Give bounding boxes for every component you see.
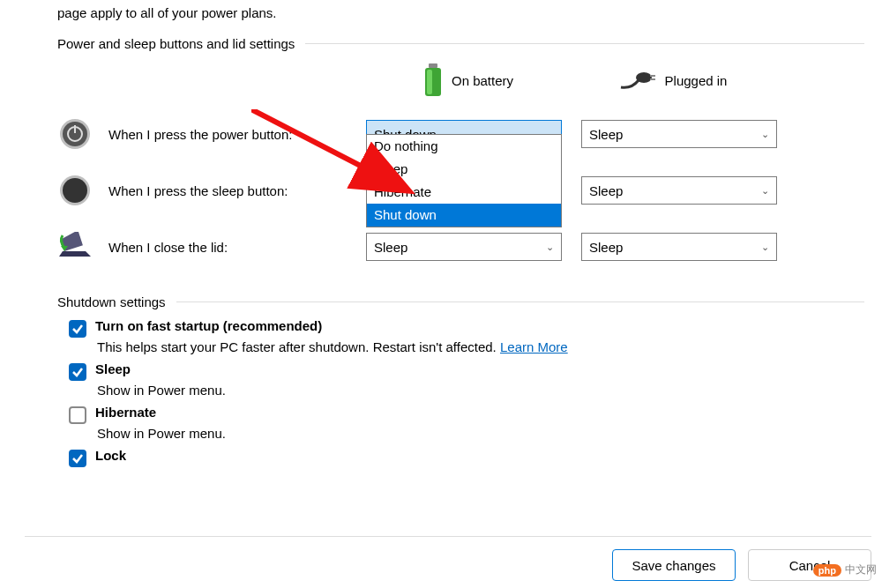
- section-power-sleep-header: Power and sleep buttons and lid settings: [0, 24, 882, 55]
- section-power-sleep-title: Power and sleep buttons and lid settings: [57, 36, 295, 51]
- svg-rect-7: [650, 78, 655, 80]
- button-bar: Save changes Cancel: [25, 536, 871, 581]
- fast-startup-checkbox[interactable]: [69, 320, 86, 338]
- chevron-down-icon: ⌄: [761, 129, 769, 140]
- hibernate-checkbox[interactable]: [69, 406, 86, 424]
- chevron-down-icon: ⌄: [761, 185, 769, 197]
- sleep-desc: Show in Power menu.: [97, 383, 882, 398]
- lid-battery-combo[interactable]: Sleep ⌄: [366, 233, 562, 261]
- svg-point-5: [636, 72, 652, 83]
- divider: [305, 43, 864, 44]
- sleep-button-plugged-combo[interactable]: Sleep ⌄: [581, 176, 777, 205]
- intro-text: page apply to all of your power plans.: [0, 0, 882, 24]
- lock-label: Lock: [95, 448, 126, 463]
- power-button-battery-dropdown[interactable]: Do nothing Sleep Hibernate Shut down: [366, 134, 562, 227]
- power-button-icon: [57, 117, 93, 151]
- chevron-down-icon: ⌄: [761, 242, 769, 253]
- sleep-button-icon: [57, 174, 93, 207]
- fast-startup-desc: This helps start your PC faster after sh…: [97, 339, 882, 354]
- watermark-text: 中文网: [845, 562, 877, 577]
- fast-startup-label: Turn on fast startup (recommended): [95, 318, 322, 333]
- save-changes-button[interactable]: Save changes: [612, 549, 736, 581]
- sleep-checkbox[interactable]: [69, 363, 86, 381]
- sleep-button-plugged-value: Sleep: [589, 183, 623, 198]
- watermark: php 中文网: [813, 562, 877, 577]
- hibernate-desc: Show in Power menu.: [97, 426, 882, 441]
- row-close-lid-label: When I close the lid:: [108, 240, 228, 255]
- section-shutdown-header: Shutdown settings: [0, 275, 882, 313]
- power-button-plugged-value: Sleep: [589, 127, 623, 142]
- power-button-plugged-combo[interactable]: Sleep ⌄: [581, 120, 777, 148]
- dropdown-option-do-nothing[interactable]: Do nothing: [367, 135, 561, 158]
- learn-more-link[interactable]: Learn More: [500, 339, 568, 354]
- lid-plugged-value: Sleep: [589, 240, 623, 255]
- column-plugged-in: Plugged in: [571, 70, 775, 91]
- lock-checkbox[interactable]: [69, 450, 86, 467]
- svg-rect-6: [650, 75, 655, 77]
- laptop-lid-icon: [57, 232, 93, 262]
- dropdown-option-shut-down[interactable]: Shut down: [367, 204, 561, 227]
- svg-point-13: [63, 178, 87, 203]
- row-power-button-label: When I press the power button:: [108, 127, 292, 142]
- watermark-badge: php: [813, 564, 841, 577]
- sleep-label: Sleep: [95, 361, 131, 376]
- hibernate-label: Hibernate: [95, 405, 156, 420]
- dropdown-option-sleep[interactable]: Sleep: [367, 158, 561, 181]
- plug-icon: [619, 70, 656, 91]
- lid-battery-value: Sleep: [374, 240, 407, 255]
- column-on-battery-label: On battery: [452, 73, 513, 88]
- column-on-battery: On battery: [366, 63, 571, 97]
- column-plugged-in-label: Plugged in: [665, 73, 728, 88]
- battery-icon: [423, 63, 443, 97]
- row-sleep-button-label: When I press the sleep button:: [108, 183, 288, 198]
- chevron-down-icon: ⌄: [546, 242, 554, 253]
- lid-plugged-combo[interactable]: Sleep ⌄: [581, 233, 777, 261]
- dropdown-option-hibernate[interactable]: Hibernate: [367, 181, 561, 204]
- section-shutdown-title: Shutdown settings: [57, 294, 166, 309]
- divider: [176, 301, 864, 302]
- svg-rect-2: [429, 63, 437, 68]
- svg-rect-4: [427, 70, 432, 94]
